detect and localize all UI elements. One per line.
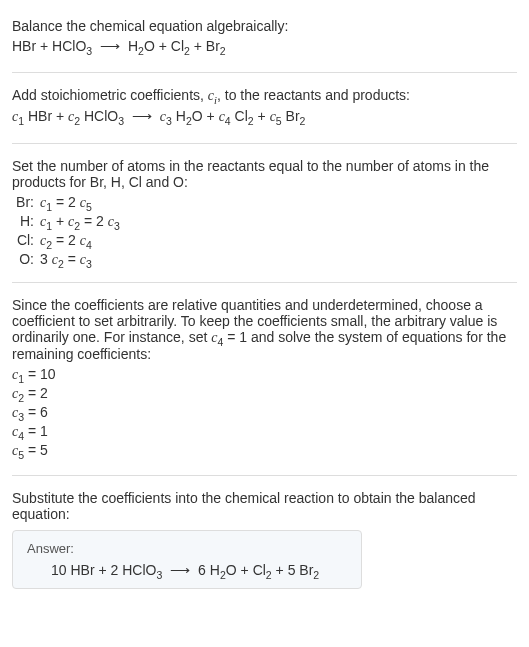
section-add-coefficients: Add stoichiometric coefficients, ci, to … <box>12 77 517 139</box>
title-part-b: , to the reactants and products: <box>217 87 410 103</box>
answer-box: Answer: 10 HBr + 2 HClO3 ⟶ 6 H2O + Cl2 +… <box>12 530 362 589</box>
product-br2-sub: 2 <box>313 569 319 581</box>
plus: + <box>254 108 270 124</box>
problem-title: Balance the chemical equation algebraica… <box>12 18 517 34</box>
reactant-hbr: HBr <box>28 108 52 124</box>
coeff-row: c3 = 6 <box>12 404 517 421</box>
coeff-equation: c1 HBr + c2 HClO3 ⟶ c3 H2O + c4 Cl2 + c5… <box>12 108 517 125</box>
arrow-icon: ⟶ <box>124 108 160 124</box>
i: 3 <box>86 258 92 270</box>
row-eq-h: c1 + c2 = 2 c3 <box>40 213 517 230</box>
val: = 1 <box>24 423 48 439</box>
title-part-a: Add stoichiometric coefficients, <box>12 87 208 103</box>
mid: + <box>52 213 68 229</box>
plus: + <box>203 108 219 124</box>
n1: 10 <box>51 562 70 578</box>
divider <box>12 143 517 144</box>
reactant-hclo3-base: HClO <box>122 562 156 578</box>
add-coeff-title: Add stoichiometric coefficients, ci, to … <box>12 87 517 104</box>
coeff-row: c1 = 10 <box>12 366 517 383</box>
atom-balance-title: Set the number of atoms in the reactants… <box>12 158 517 190</box>
product-h2o-h: H <box>210 562 220 578</box>
val: = 6 <box>24 404 48 420</box>
problem-equation: HBr + HClO3 ⟶ H2O + Cl2 + Br2 <box>12 38 517 54</box>
plus: + <box>52 108 68 124</box>
arrow-icon: ⟶ <box>162 562 198 578</box>
i: 5 <box>86 201 92 213</box>
plus: + <box>36 38 52 54</box>
coeff-row: c2 = 2 <box>12 385 517 402</box>
section-solve: Since the coefficients are relative quan… <box>12 287 517 471</box>
val: = 10 <box>24 366 56 382</box>
solve-title: Since the coefficients are relative quan… <box>12 297 517 362</box>
reactant-hclo3-base: HClO <box>52 38 86 54</box>
mid: = <box>64 251 80 267</box>
plus: + <box>155 38 171 54</box>
mid: = 2 <box>52 194 80 210</box>
val: = 2 <box>24 385 48 401</box>
coefficient-list: c1 = 10 c2 = 2 c3 = 6 c4 = 1 c5 = 5 <box>12 366 517 459</box>
row-label-h: H: <box>12 213 40 230</box>
answer-equation: 10 HBr + 2 HClO3 ⟶ 6 H2O + Cl2 + 5 Br2 <box>27 562 347 578</box>
row-eq-br: c1 = 2 c5 <box>40 194 517 211</box>
c4-i: 4 <box>225 115 231 127</box>
product-br2-sub: 2 <box>220 45 226 57</box>
product-br2-sub: 2 <box>300 115 306 127</box>
reactant-hbr: HBr <box>70 562 94 578</box>
section-answer: Substitute the coefficients into the che… <box>12 480 517 599</box>
reactant-hclo3-base: HClO <box>84 108 118 124</box>
answer-label: Answer: <box>27 541 347 556</box>
product-h2o-o: O <box>226 562 237 578</box>
balance-table: Br: c1 = 2 c5 H: c1 + c2 = 2 c3 Cl: c2 =… <box>12 194 517 268</box>
product-br2-base: Br <box>299 562 313 578</box>
product-h2o-o: O <box>192 108 203 124</box>
divider <box>12 475 517 476</box>
row-eq-o: 3 c2 = c3 <box>40 251 517 268</box>
i: 3 <box>114 220 120 232</box>
i: 4 <box>86 239 92 251</box>
n5: 5 <box>288 562 300 578</box>
row-label-o: O: <box>12 251 40 268</box>
row-label-cl: Cl: <box>12 232 40 249</box>
product-br2-base: Br <box>206 38 220 54</box>
row-eq-cl: c2 = 2 c4 <box>40 232 517 249</box>
mid: = 2 <box>52 232 80 248</box>
divider <box>12 72 517 73</box>
row-label-br: Br: <box>12 194 40 211</box>
eq: = 2 <box>80 213 108 229</box>
product-h2o-h: H <box>176 108 186 124</box>
n3: 6 <box>198 562 210 578</box>
coeff-row: c4 = 1 <box>12 423 517 440</box>
pre: 3 <box>40 251 52 267</box>
val: = 5 <box>24 442 48 458</box>
section-problem: Balance the chemical equation algebraica… <box>12 8 517 68</box>
product-h2o-o: O <box>144 38 155 54</box>
product-cl2-base: Cl <box>253 562 266 578</box>
divider <box>12 282 517 283</box>
product-br2-base: Br <box>286 108 300 124</box>
plus: + <box>190 38 206 54</box>
product-cl2-base: Cl <box>171 38 184 54</box>
section-atom-balance: Set the number of atoms in the reactants… <box>12 148 517 278</box>
plus: + <box>237 562 253 578</box>
arrow-icon: ⟶ <box>92 38 128 54</box>
n2: 2 <box>111 562 123 578</box>
answer-intro: Substitute the coefficients into the che… <box>12 490 517 522</box>
product-h2o-h: H <box>128 38 138 54</box>
reactant-hbr: HBr <box>12 38 36 54</box>
c5-i: 5 <box>276 115 282 127</box>
product-cl2-base: Cl <box>235 108 248 124</box>
coeff-row: c5 = 5 <box>12 442 517 459</box>
plus: + <box>272 562 288 578</box>
plus: + <box>95 562 111 578</box>
